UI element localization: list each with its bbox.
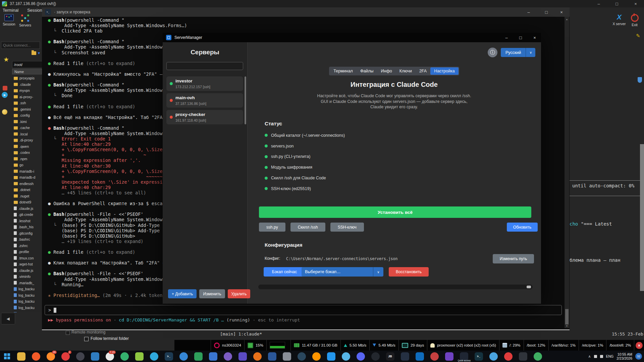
file-tree-item[interactable]: .dotnet: [12, 187, 42, 193]
taskbar-app-slot[interactable]: [223, 351, 232, 361]
telegram-icon[interactable]: ▶: [2, 92, 8, 98]
file-tree-item[interactable]: .gemini: [12, 106, 42, 113]
file-tree-item[interactable]: .zshrc: [12, 243, 42, 249]
file-tree-item[interactable]: log_backu: [12, 305, 42, 311]
sm-tab[interactable]: 2FA: [416, 67, 430, 75]
menu-item[interactable]: Terminal: [3, 8, 18, 13]
file-tree-item[interactable]: endlessh: [12, 181, 42, 187]
file-tree-item[interactable]: go: [12, 162, 42, 168]
taskbar-app-icon[interactable]: [357, 352, 365, 361]
file-tree-item[interactable]: .bash_his: [12, 224, 42, 230]
taskbar-app-icon[interactable]: [253, 352, 262, 361]
app-ball-icon[interactable]: [2, 109, 7, 115]
sm-maximize-button[interactable]: □: [515, 34, 526, 41]
taskbar-app-slot[interactable]: [253, 351, 262, 361]
taskbar-app-slot[interactable]: [179, 351, 188, 361]
taskbar-app-icon[interactable]: >_: [165, 352, 173, 361]
sm-tab[interactable]: Инфо: [377, 67, 396, 75]
install-component-button[interactable]: SSH-ключ: [330, 223, 364, 232]
taskbar-app-slot[interactable]: >_: [164, 351, 173, 361]
taskbar-app-icon[interactable]: [224, 352, 232, 361]
tray-expand-icon[interactable]: ∧: [588, 354, 591, 359]
taskbar-app-slot[interactable]: Quick access: [460, 351, 468, 361]
terminal-prompt-input[interactable]: >: [45, 305, 562, 315]
pen-icon[interactable]: ✎: [636, 33, 640, 39]
taskbar-app-icon[interactable]: [268, 352, 276, 361]
taskbar-app-slot[interactable]: [533, 351, 542, 361]
taskbar-app-icon[interactable]: [445, 352, 453, 361]
file-tree-item[interactable]: .profile: [12, 249, 42, 255]
taskbar-app-icon[interactable]: [312, 352, 321, 361]
file-tree-item[interactable]: .tmux.con: [12, 255, 42, 261]
macros-icon[interactable]: [3, 86, 7, 90]
taskbar-app-icon[interactable]: >_: [475, 352, 483, 361]
install-component-button[interactable]: ssh.py: [259, 223, 285, 232]
file-tree-item[interactable]: .wget-hst: [12, 261, 42, 267]
taskbar-app-slot[interactable]: [400, 351, 409, 361]
taskbar-app-slot[interactable]: [120, 351, 129, 361]
speaker-icon[interactable]: [600, 355, 603, 358]
taskbar-app-slot[interactable]: [415, 351, 424, 361]
folder-up-icon[interactable]: [32, 51, 36, 55]
taskbar-app-slot[interactable]: JB: [386, 351, 394, 361]
server-search-input[interactable]: [166, 62, 243, 70]
terminal-tab-title[interactable]: · запуск и проверка: [54, 10, 90, 14]
taskbar-app-slot[interactable]: [17, 351, 25, 361]
server-action-button[interactable]: + Добавить: [168, 289, 197, 298]
file-tree-item[interactable]: .ssh: [12, 100, 42, 106]
scroll-up-icon[interactable]: ▲: [565, 17, 569, 21]
taskbar-app-slot[interactable]: [209, 351, 217, 361]
taskbar-app-slot[interactable]: [32, 351, 40, 361]
info-button[interactable]: ⓘ: [488, 48, 497, 57]
quick-connect-input[interactable]: [1, 42, 40, 49]
taskbar-app-icon[interactable]: [430, 352, 439, 361]
taskbar-app-slot[interactable]: [91, 351, 99, 361]
taskbar-app-icon[interactable]: [179, 352, 188, 361]
change-path-button[interactable]: Изменить путь: [493, 254, 534, 263]
file-tree-item[interactable]: .viminfo: [12, 274, 42, 280]
server-card[interactable]: investor 173.212.212.157 [ssh]: [166, 76, 243, 91]
file-tree-item[interactable]: .di-proxy: [12, 137, 42, 143]
refresh-button[interactable]: Обновить: [507, 223, 538, 232]
file-tree-item[interactable]: .mariadb_: [12, 280, 42, 286]
taskbar-app-icon[interactable]: [194, 352, 203, 361]
file-tree-item[interactable]: .lesshst: [12, 218, 42, 224]
sm-tab[interactable]: Ключи: [396, 67, 416, 75]
follow-terminal-folder-checkbox[interactable]: [84, 337, 89, 341]
backup-select-dropdown[interactable]: Выберите бэкап… ∨: [302, 267, 383, 277]
language-dropdown[interactable]: Русский ∨: [501, 48, 535, 57]
remote-monitoring-checkbox[interactable]: [66, 331, 70, 335]
file-tree-item[interactable]: mariadb-i: [12, 168, 42, 175]
file-tree-item[interactable]: log_backu: [12, 286, 42, 292]
file-tree-item[interactable]: .claude.js: [12, 205, 42, 212]
taskbar-app-slot[interactable]: [312, 351, 321, 361]
terminal-minimize-button[interactable]: –: [523, 8, 534, 16]
taskbar-app-slot[interactable]: [356, 351, 365, 361]
taskbar-app-slot[interactable]: [445, 351, 453, 361]
taskbar-app-icon[interactable]: [327, 352, 335, 361]
mx-minimize-button[interactable]: –: [593, 0, 604, 7]
files-column-header[interactable]: Name: [12, 69, 42, 74]
file-tree-item[interactable]: .gitconfig: [12, 230, 42, 237]
terminal-close-button[interactable]: ×: [556, 8, 567, 16]
taskbar-app-icon[interactable]: [504, 352, 513, 361]
file-tree-item[interactable]: .nuget: [12, 193, 42, 199]
taskbar-app-icon[interactable]: [32, 352, 40, 361]
x-server-button[interactable]: X X server: [612, 13, 627, 30]
sidebar-back-button[interactable]: ◀: [1, 313, 15, 324]
file-tree-item[interactable]: mariadb-d: [12, 174, 42, 181]
file-tree-item[interactable]: .local: [12, 131, 42, 137]
restore-button[interactable]: Восстановить: [389, 267, 429, 277]
taskbar-app-icon[interactable]: [401, 352, 409, 361]
file-tree-item[interactable]: log_backu: [12, 298, 42, 305]
taskbar-app-icon[interactable]: [534, 352, 542, 361]
keyboard-language[interactable]: ENG: [606, 354, 614, 358]
notification-badge[interactable]: 32: [635, 353, 642, 360]
scroll-down-icon[interactable]: ▼: [565, 323, 569, 328]
file-tree-item[interactable]: .cache: [12, 125, 42, 131]
taskbar-app-slot[interactable]: [150, 351, 158, 361]
terminal-maximize-button[interactable]: □: [541, 8, 552, 16]
start-button[interactable]: [2, 351, 12, 361]
taskbar-app-slot[interactable]: 2: [61, 351, 70, 361]
file-tree-item[interactable]: ai-proxy-: [12, 94, 42, 100]
